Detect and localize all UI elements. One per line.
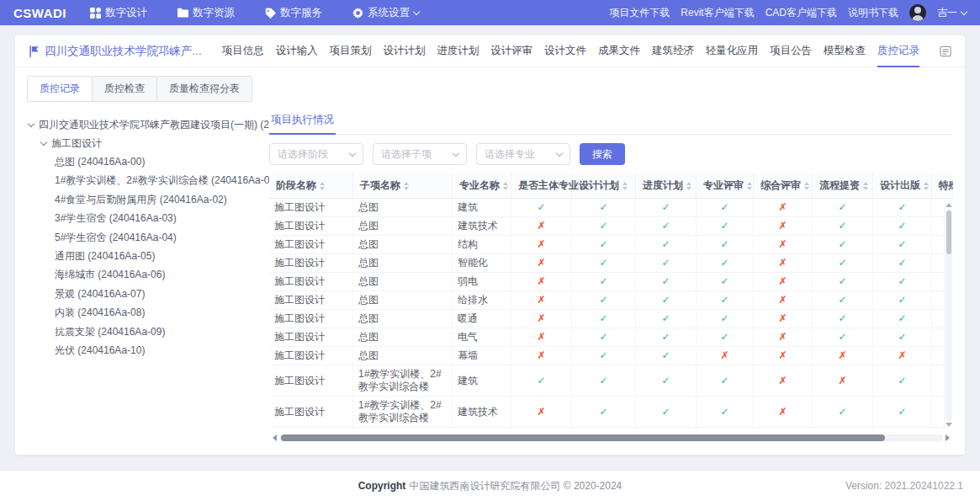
menu-item-系统设置[interactable]: 系统设置	[352, 6, 419, 20]
horizontal-scroll-track[interactable]	[279, 434, 943, 441]
tree-leaf[interactable]: 内装 (240416Aa-08)	[29, 303, 264, 322]
sort-icon[interactable]	[686, 182, 691, 190]
subtab-质控检查[interactable]: 质控检查	[92, 76, 157, 102]
sort-icon[interactable]	[863, 182, 868, 190]
subproject-cell: 总图	[353, 199, 453, 216]
column-header-子项名称[interactable]: 子项名称	[353, 173, 453, 198]
menu-item-数字服务[interactable]: 数字服务	[265, 6, 322, 20]
project-tab-设计输入[interactable]: 设计输入	[276, 35, 318, 67]
tree-leaf[interactable]: 总图 (240416Aa-00)	[29, 152, 264, 171]
subtab-质量检查得分表[interactable]: 质量检查得分表	[156, 76, 252, 102]
check-icon: ✓	[898, 331, 906, 344]
sort-icon[interactable]	[404, 182, 409, 190]
vertical-scroll-track[interactable]	[946, 209, 952, 421]
column-header-设计出版[interactable]: 设计出版	[873, 173, 932, 198]
check-icon: ✓	[599, 349, 607, 362]
filter-bar: 请选择阶段请选择子项请选择专业搜索	[269, 143, 953, 165]
gear-icon	[352, 8, 363, 19]
sort-icon[interactable]	[320, 182, 325, 190]
tree-leaf[interactable]: 景观 (240416Aa-07)	[29, 285, 264, 303]
body-row: 四川交通职业技术学院邛崃产教园建设项目(一期) (240416Aa)施工图设计总…	[27, 110, 953, 443]
filter-select-2[interactable]: 请选择专业	[476, 143, 570, 165]
tree-leaf[interactable]: 抗震支架 (240416Aa-09)	[29, 322, 264, 341]
project-tab-进度计划[interactable]: 进度计划	[437, 35, 479, 67]
sort-icon[interactable]	[622, 182, 628, 190]
sort-icon[interactable]	[747, 182, 752, 190]
scroll-left-icon[interactable]	[269, 434, 277, 441]
sort-icon[interactable]	[924, 182, 929, 190]
project-tab-轻量化应用[interactable]: 轻量化应用	[706, 35, 759, 67]
project-tabs: 项目信息设计输入项目策划设计计划进度计划设计评审设计文件成果文件建筑经济轻量化应…	[222, 35, 919, 67]
project-title[interactable]: 四川交通职业技术学院邛崃产...	[29, 44, 202, 59]
column-header-专业名称[interactable]: 专业名称	[453, 173, 511, 198]
column-header-特殊[interactable]: 特殊	[932, 173, 953, 198]
tree-leaf[interactable]: 光伏 (240416Aa-10)	[29, 341, 264, 360]
project-tab-设计文件[interactable]: 设计文件	[544, 35, 586, 67]
column-header-综合评审[interactable]: 综合评审	[754, 173, 813, 198]
tree-leaf[interactable]: 4#食堂与后勤附属用房 (240416Aa-02)	[29, 190, 264, 209]
project-tab-项目策划[interactable]: 项目策划	[330, 35, 372, 67]
tree-branch[interactable]: 施工图设计	[29, 134, 264, 152]
project-tab-成果文件[interactable]: 成果文件	[598, 35, 640, 67]
sort-icon[interactable]	[503, 182, 508, 190]
project-tab-项目公告[interactable]: 项目公告	[770, 35, 812, 67]
link-project-files-download[interactable]: 项目文件下载	[609, 6, 670, 20]
tree-leaf[interactable]: 海绵城市 (240416Aa-06)	[29, 265, 264, 284]
sort-asc-icon	[686, 182, 691, 185]
sort-asc-icon	[804, 182, 809, 185]
tree-leaf[interactable]: 通用图 (240416Aa-05)	[29, 247, 264, 265]
filter-select-0[interactable]: 请选择阶段	[269, 143, 363, 165]
column-header-流程提资[interactable]: 流程提资	[813, 173, 873, 198]
vertical-scrollbar[interactable]	[944, 199, 953, 431]
link-cad-client-download[interactable]: CAD客户端下载	[765, 6, 837, 20]
column-header-阶段名称[interactable]: 阶段名称	[269, 173, 353, 198]
avatar[interactable]	[909, 4, 926, 21]
column-header-是否主体专业[interactable]: 是否主体专业	[511, 173, 572, 198]
scroll-right-icon[interactable]	[946, 434, 953, 441]
subtab-质控记录[interactable]: 质控记录	[27, 76, 93, 102]
mark-cell: ✗	[754, 365, 813, 396]
project-tab-质控记录[interactable]: 质控记录	[877, 35, 919, 67]
brand-logo[interactable]: CSWADI	[13, 6, 66, 20]
project-tab-设计评审[interactable]: 设计评审	[490, 35, 532, 67]
menu-item-数字设计[interactable]: 数字设计	[90, 6, 147, 20]
tree-leaf[interactable]: 3#学生宿舍 (240416Aa-03)	[29, 209, 264, 227]
menu-item-数字资源[interactable]: 数字资源	[177, 6, 235, 20]
horizontal-scrollbar[interactable]	[269, 433, 953, 443]
column-label: 阶段名称	[276, 179, 316, 193]
link-revit-client-download[interactable]: Revit客户端下载	[681, 6, 754, 20]
vertical-scroll-thumb[interactable]	[946, 211, 951, 254]
tab-project-execution[interactable]: 项目执行情况	[269, 110, 336, 135]
cross-icon: ✗	[778, 294, 787, 306]
filter-select-1[interactable]: 请选择子项	[373, 143, 467, 165]
mark-cell: ✗	[754, 328, 813, 346]
content-card: 四川交通职业技术学院邛崃产... 项目信息设计输入项目策划设计计划进度计划设计评…	[15, 35, 965, 455]
search-button[interactable]: 搜索	[580, 143, 625, 165]
project-tab-项目信息[interactable]: 项目信息	[222, 35, 264, 67]
project-tab-建筑经济[interactable]: 建筑经济	[652, 35, 694, 67]
mark-cell: ✓	[572, 310, 636, 328]
link-manual-download[interactable]: 说明书下载	[848, 6, 898, 20]
sort-icon[interactable]	[804, 182, 809, 190]
project-tab-设计计划[interactable]: 设计计划	[383, 35, 425, 67]
scroll-up-icon[interactable]	[946, 200, 952, 207]
check-icon: ✓	[838, 257, 846, 269]
column-label: 综合评审	[760, 179, 801, 193]
tree-root[interactable]: 四川交通职业技术学院邛崃产教园建设项目(一期) (240416Aa)	[29, 115, 264, 134]
column-header-设计计划[interactable]: 设计计划	[572, 173, 636, 198]
execution-table-wrap: 阶段名称子项名称专业名称是否主体专业设计计划进度计划专业评审综合评审流程提资设计…	[269, 173, 953, 431]
user-dropdown[interactable]: 吉一	[937, 6, 967, 20]
sort-asc-icon	[320, 182, 325, 185]
cross-icon: ✗	[778, 220, 787, 232]
column-header-进度计划[interactable]: 进度计划	[636, 173, 697, 198]
list-icon[interactable]	[940, 45, 951, 57]
mark-cell: ✓	[873, 428, 932, 431]
horizontal-scroll-thumb[interactable]	[281, 434, 885, 441]
scroll-down-icon[interactable]	[946, 423, 952, 430]
tree-leaf[interactable]: 1#教学实训楼、2#教学实训综合楼 (240416Aa-01)	[29, 171, 264, 189]
column-header-专业评审[interactable]: 专业评审	[697, 173, 754, 198]
tree-leaf[interactable]: 5#学生宿舍 (240416Aa-04)	[29, 228, 264, 247]
qc-subtabs: 质控记录质控检查质量检查得分表	[27, 76, 953, 102]
cross-icon: ✗	[778, 375, 787, 387]
project-tab-模型检查[interactable]: 模型检查	[824, 35, 866, 67]
